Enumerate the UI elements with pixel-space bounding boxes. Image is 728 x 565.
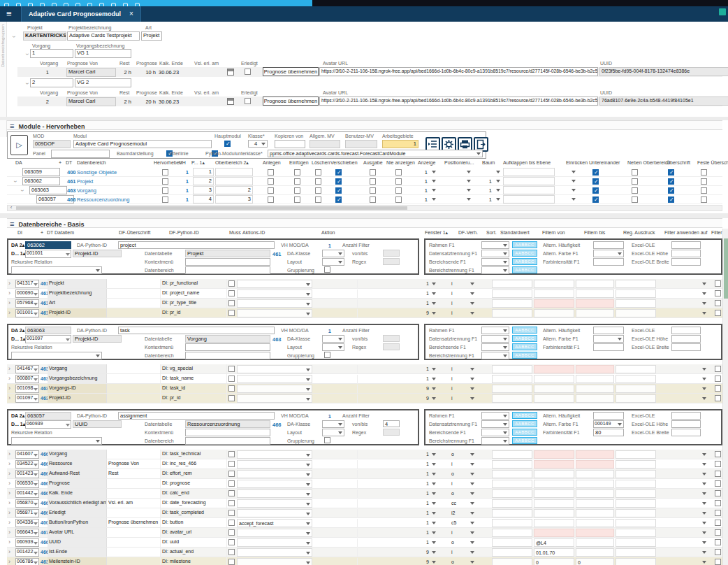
chevron-down-icon[interactable] [470, 292, 474, 295]
filtern-von-field[interactable]: 0 [534, 558, 574, 565]
chevron-down-icon[interactable] [34, 562, 38, 564]
excel-ole-breite-field[interactable] [671, 258, 701, 266]
filter-anwenden-cell[interactable] [657, 460, 709, 469]
prognose-von-field[interactable]: Marcel Carl [66, 97, 116, 106]
standardwert-field[interactable] [492, 450, 532, 459]
aufklappen-field[interactable] [503, 186, 555, 194]
filtern-von-field[interactable] [534, 519, 574, 527]
ueberschrift-checkbox[interactable] [668, 196, 674, 203]
filter-anwenden-cell[interactable] [657, 365, 709, 374]
standardwert-field[interactable] [492, 280, 532, 288]
da-python-id-field[interactable]: assignment [118, 412, 275, 420]
projektbezeichnung-field[interactable]: Adaptive Cards Testprojekt [67, 31, 140, 41]
chevron-down-icon[interactable] [572, 189, 576, 192]
rahmen-color-swatch[interactable]: AABBCC [512, 327, 537, 334]
filter-deaktiviert-checkbox[interactable] [715, 510, 721, 516]
verschieben-checkbox[interactable] [335, 187, 342, 194]
chevron-down-icon[interactable] [702, 473, 706, 475]
reg-ausdruck-field[interactable] [616, 280, 656, 288]
df-verh-value[interactable]: cc [451, 501, 456, 506]
df-verh-value[interactable]: i [451, 301, 453, 306]
filter-deaktiviert-checkbox[interactable] [715, 300, 721, 306]
von-bis-field[interactable] [383, 250, 400, 257]
df-verh-value[interactable]: i [451, 376, 453, 381]
chevron-down-icon[interactable] [702, 512, 706, 515]
df-verh-value[interactable]: o [451, 491, 454, 496]
aktions-id-field[interactable] [237, 489, 312, 498]
chevron-down-icon[interactable] [572, 171, 576, 173]
filtern-bis-field[interactable] [576, 499, 614, 508]
datenbereich-field[interactable] [185, 437, 270, 445]
chevron-down-icon[interactable] [34, 503, 38, 506]
df-verh-value[interactable]: i [451, 366, 453, 371]
loeschen-checkbox[interactable] [315, 178, 321, 185]
chevron-down-icon[interactable] [432, 302, 436, 305]
standardwert-field[interactable] [492, 548, 532, 557]
muss-checkbox[interactable] [228, 490, 235, 496]
art-field[interactable]: Projekt [141, 31, 162, 41]
filtern-bis-field[interactable]: 0 [576, 558, 614, 565]
chevron-down-icon[interactable] [432, 397, 436, 400]
muss-checkbox[interactable] [228, 461, 235, 467]
chevron-down-icon[interactable] [702, 282, 706, 285]
fenster-value[interactable]: 1 [416, 491, 429, 496]
chevron-down-icon[interactable] [34, 513, 38, 515]
bereichstrennung-f1-select[interactable] [481, 437, 509, 445]
di-field[interactable]: 001001 [25, 250, 71, 258]
ausgabe-checkbox[interactable] [370, 187, 376, 194]
chevron-down-icon[interactable] [702, 302, 706, 305]
df-verh-value[interactable]: i2 [451, 510, 455, 515]
standardwert-field[interactable] [492, 385, 532, 393]
standardwert-field[interactable] [492, 519, 532, 527]
ausgabe-checkbox[interactable] [370, 178, 376, 185]
expand-icon[interactable]: › [8, 451, 10, 457]
chevron-down-icon[interactable] [34, 378, 38, 381]
chevron-down-icon[interactable] [467, 189, 471, 192]
kopieren-von-field[interactable] [275, 140, 305, 148]
excel-ole-field[interactable] [671, 412, 701, 420]
chevron-down-icon[interactable] [432, 378, 436, 380]
filtern-von-field[interactable] [534, 480, 574, 488]
prognose-uebernehmen-button[interactable]: Prognose übernehmen [263, 96, 319, 106]
chevron-down-icon[interactable] [306, 542, 310, 545]
untereinander-checkbox[interactable] [592, 187, 599, 194]
erledigt-checkbox[interactable] [245, 69, 251, 75]
filtern-von-field[interactable] [534, 509, 574, 517]
muss-checkbox[interactable] [228, 451, 235, 457]
chevron-down-icon[interactable] [306, 398, 310, 401]
datensatztrennung-color-swatch[interactable]: AABBCC [512, 335, 537, 342]
df-verh-value[interactable]: i [451, 386, 453, 391]
chevron-down-icon[interactable] [306, 493, 310, 496]
reg-ausdruck-field[interactable] [616, 499, 656, 508]
layout-select[interactable] [322, 258, 344, 266]
filtern-von-field[interactable]: @L4 [534, 538, 574, 547]
layout-select[interactable] [322, 343, 344, 351]
chevron-down-icon[interactable] [470, 541, 474, 544]
reg-ausdruck-field[interactable] [616, 509, 656, 517]
excel-ole-hoehe-field[interactable] [671, 420, 701, 428]
filtern-bis-field[interactable] [576, 299, 614, 308]
chevron-down-icon[interactable] [34, 473, 38, 476]
expand-icon[interactable]: › [8, 549, 10, 555]
chevron-down-icon[interactable] [702, 522, 706, 524]
datenbereich-link[interactable]: Sonstige Objekte [77, 169, 117, 176]
filter-anwenden-cell[interactable] [657, 509, 709, 518]
kontextmenu-field[interactable] [185, 429, 270, 436]
reg-ausdruck-field[interactable] [616, 365, 656, 373]
bereichsende-color-swatch[interactable]: AABBCC [512, 258, 537, 265]
expand-icon[interactable]: › [8, 559, 10, 565]
filter-anwenden-cell[interactable] [657, 538, 709, 548]
filtern-von-field[interactable] [534, 450, 574, 459]
module-section-header[interactable]: ≡Module - Hervorheben [7, 120, 722, 130]
nie-anzeigen-checkbox[interactable] [395, 196, 402, 203]
chevron-down-icon[interactable] [470, 312, 474, 315]
reg-ausdruck-field[interactable] [616, 394, 656, 403]
verschieben-checkbox[interactable] [335, 178, 342, 185]
horizontal-scrollbar[interactable]: ‹ [7, 205, 722, 211]
aktions-id-field[interactable] [237, 558, 312, 565]
filter-deaktiviert-checkbox[interactable] [715, 451, 721, 457]
muss-checkbox[interactable] [228, 280, 235, 287]
filter-deaktiviert-checkbox[interactable] [715, 461, 721, 467]
baum-value[interactable]: 1 [485, 196, 492, 203]
position-field[interactable]: 4 [193, 195, 214, 203]
